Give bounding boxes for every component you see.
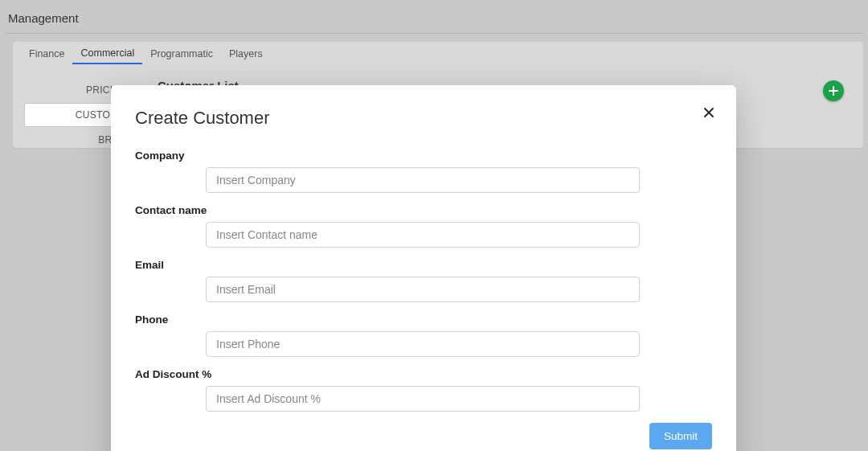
contact-name-input[interactable] (206, 222, 640, 248)
field-label-ad-discount: Ad Discount % (135, 368, 712, 380)
close-button[interactable] (701, 105, 717, 121)
company-input[interactable] (206, 167, 640, 193)
field-label-contact-name: Contact name (135, 204, 712, 216)
create-customer-modal: Create Customer Company Contact name Ema… (111, 85, 736, 451)
submit-button[interactable]: Submit (649, 423, 712, 449)
modal-footer: Submit (135, 423, 712, 449)
close-icon (704, 105, 714, 121)
field-label-company: Company (135, 150, 712, 162)
field-company: Company (135, 150, 712, 193)
field-label-email: Email (135, 259, 712, 271)
phone-input[interactable] (206, 331, 640, 357)
ad-discount-input[interactable] (206, 386, 640, 412)
email-input[interactable] (206, 277, 640, 302)
field-label-phone: Phone (135, 314, 712, 326)
modal-overlay: Create Customer Company Contact name Ema… (0, 0, 868, 451)
modal-title: Create Customer (135, 108, 712, 129)
field-phone: Phone (135, 314, 712, 357)
field-contact-name: Contact name (135, 204, 712, 248)
field-email: Email (135, 259, 712, 302)
field-ad-discount: Ad Discount % (135, 368, 712, 412)
